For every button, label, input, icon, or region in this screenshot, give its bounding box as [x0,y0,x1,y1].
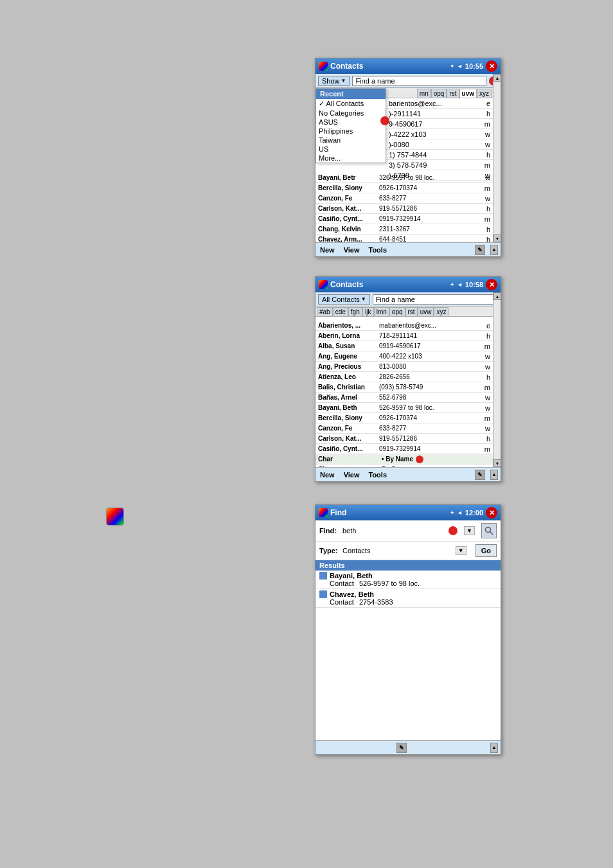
row-ang-precious[interactable]: Ang, Precious 813-0080 w [315,362,493,372]
tab-xyz[interactable]: xyz [477,89,492,98]
new-btn-2[interactable]: New [318,470,337,479]
partial-row-7[interactable]: )-6798 w [386,170,493,181]
alpha-tabs-2: #ab cde fgh ijk lmn opq rst uvw xyz [315,306,501,317]
tab-cde-2[interactable]: cde [333,307,348,316]
title-bar-left-1: Contacts [319,62,363,71]
search-icon[interactable] [481,523,497,538]
find-input-1[interactable] [352,76,486,86]
show-button-2[interactable]: All Contacts ▼ [318,294,370,305]
contact-list-1: Bayani, Betr 326-9597 to 98 loc. w Berci… [315,173,493,242]
contacts-window-2: Contacts ✦ ◄ 10:58 ✕ All Contacts ▼ #ab … [315,276,501,482]
tab-uvw-2[interactable]: uvw [418,307,434,316]
find-dropdown-arrow[interactable]: ▼ [464,526,475,535]
contact-row-chavez[interactable]: Chavez, Arm... 644-8451 h [315,235,493,242]
tab-opq-2[interactable]: opq [389,307,405,316]
row-banas[interactable]: Bañas, Arnel 552-6798 w [315,393,493,403]
contact-row-bercilla[interactable]: Bercilla, Siony 0926-170374 m [315,183,493,193]
view-btn-1[interactable]: View [342,245,362,254]
scroll-up-2[interactable]: ▲ [493,292,501,300]
start-icon[interactable] [106,508,124,526]
bottom-bar-3: ✎ ▲ [315,740,501,754]
new-btn-1[interactable]: New [318,245,337,254]
partial-row-6[interactable]: 3) 578-5749 m [386,160,493,170]
up-arrow-3[interactable]: ▲ [490,743,498,753]
edit-icon-1[interactable]: ✎ [475,245,485,255]
row-aberin[interactable]: Aberin, Lorna 718-2911141 h [315,331,493,341]
partial-row-4[interactable]: )-0080 w [386,139,493,150]
menu-item-taiwan[interactable]: Taiwan [316,136,386,145]
row-canzon2[interactable]: Canzon, Fe 633-8277 w [315,423,493,434]
partial-row-3[interactable]: )-4222 x103 w [386,129,493,139]
tools-btn-1[interactable]: Tools [367,245,389,254]
result-item-0[interactable]: Bayani, Beth Contact 526-9597 to 98 loc. [315,571,501,589]
clock-2: 10:58 [465,281,483,288]
row-casino2[interactable]: Casiño, Cynt... 0919-7329914 m [315,444,493,454]
result-detail-0: Contact 526-9597 to 98 loc. [319,580,497,587]
tab-fgh-2[interactable]: fgh [348,307,362,316]
partial-contact-list-1: mn opq rst uvw xyz barientos@exc... e )-… [386,88,493,181]
partial-row-2[interactable]: 9-4590617 m [386,119,493,129]
row-bercilla2[interactable]: Bercilla, Siony 0926-170374 m [315,413,493,423]
svg-line-1 [490,532,493,535]
recent-menu: Recent ✓ All Contacts No Categories ASUS… [315,88,386,163]
tab-uvw[interactable]: uvw [459,89,477,98]
edit-icon-2[interactable]: ✎ [475,470,485,480]
contact-row-chang[interactable]: Chang, Kelvin 2311-3267 h [315,224,493,235]
contact-row-carlson[interactable]: Carlson, Kat... 919-5571286 h [315,204,493,214]
contact-row-canzon[interactable]: Canzon, Fe 633-8277 w [315,193,493,204]
asus-badge [380,116,389,125]
result-name-1: Chavez, Beth [319,590,497,598]
edit-icon-3[interactable]: ✎ [396,743,407,753]
tab-rst-2[interactable]: rst [405,307,418,316]
menu-item-nocategory[interactable]: No Categories [316,109,386,118]
result-item-1[interactable]: Chavez, Beth Contact 2754-3583 [315,589,501,608]
up-arrow-1[interactable]: ▲ [490,245,498,255]
tab-ijk-2[interactable]: ijk [362,307,374,316]
go-button[interactable]: Go [475,544,497,557]
scroll-down-2[interactable]: ▼ [493,459,501,467]
partial-row-5[interactable]: 1) 757-4844 h [386,150,493,160]
result-detail-1: Contact 2754-3583 [319,598,497,606]
tools-btn-2[interactable]: Tools [367,470,389,479]
window-title-2: Contacts [330,280,363,289]
result-icon-0 [319,572,327,580]
view-btn-2[interactable]: View [342,470,362,479]
tab-ab-2[interactable]: #ab [317,307,333,316]
menu-item-asus[interactable]: ASUS [316,118,386,127]
find-input-2[interactable] [373,294,498,305]
partial-row-0[interactable]: barientos@exc... e [386,98,493,109]
app-icon-3 [319,508,328,517]
row-alba[interactable]: Alba, Susan 0919-4590617 m [315,341,493,351]
close-button-2[interactable]: ✕ [486,279,497,290]
recent-menu-header: Recent [316,89,386,99]
show-button-1[interactable]: Show ▼ [318,76,350,86]
window-title-3: Find [330,508,346,517]
scroll-up-1[interactable]: ▲ [493,74,501,82]
row-balis[interactable]: Balis, Christian (093) 578-5749 m [315,382,493,393]
row-abarientos[interactable]: Abarientos, ... mabarientos@exc... e [315,321,493,331]
scrollbar-1: ▲ ▼ [493,74,501,242]
tab-mn[interactable]: mn [417,89,431,98]
close-button-1[interactable]: ✕ [486,60,497,72]
row-ang-eugene[interactable]: Ang, Eugene 400-4222 x103 w [315,351,493,362]
menu-item-more[interactable]: More... [316,154,386,163]
row-bayani[interactable]: Bayani, Beth 526-9597 to 98 loc. w [315,403,493,413]
tab-rst[interactable]: rst [447,89,459,98]
up-arrow-2[interactable]: ▲ [490,470,498,480]
find-label: Find: [319,527,339,535]
tab-lmn-2[interactable]: lmn [374,307,389,316]
scroll-down-1[interactable]: ▼ [493,235,501,242]
row-carlson2[interactable]: Carlson, Kat... 919-5571286 h [315,434,493,444]
bottom-bar-2: New View Tools ✎ ▲ [315,467,501,481]
row-atienza[interactable]: Atienza, Leo 2826-2656 h [315,372,493,382]
close-button-3[interactable]: ✕ [486,507,497,518]
tab-opq[interactable]: opq [431,89,447,98]
partial-row-1[interactable]: )-2911141 h [386,109,493,119]
row-char-byname[interactable]: Char • By Name [315,454,493,465]
contact-row-casino[interactable]: Casiño, Cynt... 0919-7329914 m [315,214,493,224]
menu-item-allcontacts[interactable]: ✓ All Contacts [316,99,386,109]
tab-xyz-2[interactable]: xyz [434,307,449,316]
menu-item-us[interactable]: US [316,145,386,154]
type-dropdown-arrow[interactable]: ▼ [456,546,466,555]
menu-item-philippines[interactable]: Philippines [316,127,386,136]
